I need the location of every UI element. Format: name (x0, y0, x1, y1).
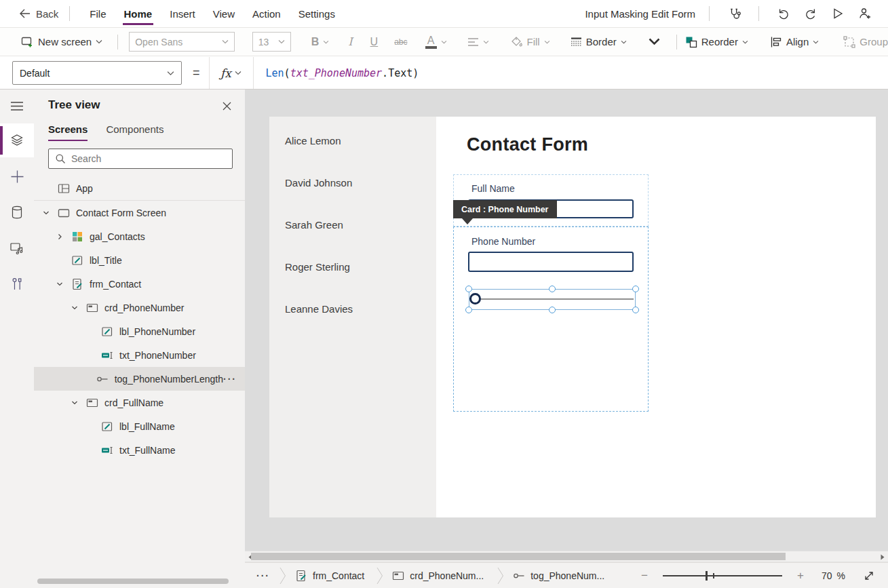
bold-button[interactable]: B (311, 36, 330, 48)
rail-menu-button[interactable] (0, 94, 34, 118)
tree-item-lbl-title[interactable]: lbl_Title (34, 248, 245, 272)
zoom-slider-thumb[interactable] (706, 571, 708, 581)
rail-data-button[interactable] (0, 200, 34, 224)
zoom-in-button[interactable]: + (796, 569, 805, 583)
group-button[interactable]: Group (843, 36, 888, 48)
resize-handle-top-left[interactable] (465, 286, 472, 292)
font-family-select[interactable]: Open Sans (129, 32, 235, 52)
chevron-down-icon (742, 40, 748, 44)
more-formatting-button[interactable] (649, 38, 660, 45)
chevron-down-icon[interactable] (71, 305, 78, 311)
gallery-icon (71, 231, 83, 243)
menu-settings[interactable]: Settings (290, 0, 344, 27)
menu-home[interactable]: Home (115, 0, 161, 27)
formula-input[interactable]: Len(txt_PhoneNumber.Text) (254, 57, 419, 89)
italic-button[interactable]: I (348, 35, 352, 48)
form-title-label[interactable]: Contact Form (467, 134, 588, 155)
border-button[interactable]: Border (571, 36, 627, 47)
tree-item-tog-phonenumberlength[interactable]: tog_PhoneNumberLength ··· (34, 367, 245, 391)
top-menu-bar: Back File Home Insert View Action Settin… (0, 0, 888, 27)
fit-to-window-icon[interactable] (864, 570, 874, 581)
align-button[interactable]: Align (770, 36, 819, 48)
tree-item-app[interactable]: App (34, 176, 245, 200)
redo-icon (804, 7, 817, 20)
app-checker-button[interactable] (720, 1, 748, 26)
toggle-knob[interactable] (469, 293, 481, 305)
resize-handle-top-middle[interactable] (549, 286, 556, 292)
breadcrumb-tog-phonenumber[interactable]: tog_PhoneNum... (513, 570, 604, 582)
tab-screens[interactable]: Screens (48, 123, 88, 141)
property-select[interactable]: Default (12, 61, 182, 85)
canvas-horizontal-scrollbar[interactable] (245, 551, 888, 562)
tree-item-contact-form-screen[interactable]: Contact Form Screen (34, 201, 245, 224)
font-color-button[interactable]: A (425, 35, 447, 49)
fullname-label[interactable]: Full Name (471, 183, 515, 194)
zoom-out-button[interactable]: − (640, 569, 649, 583)
chevron-right-icon[interactable] (56, 233, 63, 240)
resize-handle-bottom-left[interactable] (465, 307, 472, 313)
breadcrumb-crd-phonenumber[interactable]: crd_PhoneNum... (392, 570, 484, 582)
tree-item-lbl-phonenumber[interactable]: lbl_PhoneNumber (34, 319, 245, 343)
strikethrough-button[interactable]: abc (394, 37, 407, 47)
tree-item-gal-contacts[interactable]: gal_Contacts (34, 224, 245, 248)
rail-advanced-tools-button[interactable] (0, 272, 34, 296)
divider (758, 6, 759, 21)
gallery-item[interactable]: Leanne Davies (269, 303, 436, 345)
reorder-button[interactable]: Reorder (685, 36, 748, 48)
scroll-right-arrow[interactable] (878, 553, 887, 561)
card-icon (86, 397, 98, 409)
undo-button[interactable] (770, 1, 797, 26)
back-label: Back (36, 8, 58, 20)
tree-item-crd-fullname[interactable]: crd_FullName (34, 391, 245, 414)
align-icon (770, 36, 782, 48)
breadcrumb-more-button[interactable]: ··· (256, 570, 270, 581)
menu-action[interactable]: Action (244, 0, 290, 27)
tab-components[interactable]: Components (106, 123, 163, 141)
card-icon (86, 302, 98, 314)
share-button[interactable] (851, 1, 879, 26)
menu-insert[interactable]: Insert (161, 0, 204, 27)
item-more-button[interactable]: ··· (223, 374, 237, 385)
scrollbar-thumb[interactable] (251, 553, 786, 560)
tree-item-lbl-fullname[interactable]: lbl_FullName (34, 414, 245, 438)
search-input[interactable] (71, 153, 232, 164)
gallery-item[interactable]: David Johnson (269, 177, 436, 219)
zoom-slider[interactable] (663, 575, 782, 576)
underline-button[interactable]: U (370, 36, 379, 48)
canvas-workspace: Alice Lemon David Johnson Sarah Green Ro… (245, 90, 888, 551)
resize-handle-top-right[interactable] (632, 286, 639, 292)
rail-media-button[interactable] (0, 236, 34, 260)
resize-handle-bottom-middle[interactable] (549, 307, 556, 313)
back-button[interactable]: Back (19, 8, 58, 20)
search-icon (55, 153, 66, 164)
phonenumber-input[interactable] (468, 252, 634, 272)
hamburger-icon (11, 102, 23, 111)
chevron-down-icon[interactable] (56, 281, 63, 288)
fx-button[interactable]: ƒx (210, 57, 254, 89)
phonenumber-label[interactable]: Phone Number (471, 236, 535, 247)
tree-item-crd-phonenumber[interactable]: crd_PhoneNumber (34, 296, 245, 319)
breadcrumb-frm-contact[interactable]: frm_Contact (295, 570, 364, 582)
menu-file[interactable]: File (81, 0, 115, 27)
panel-close-button[interactable] (219, 98, 234, 113)
redo-button[interactable] (797, 1, 824, 26)
new-screen-button[interactable]: New screen (20, 35, 102, 49)
toggle-control-selection[interactable] (469, 289, 636, 310)
resize-handle-bottom-right[interactable] (632, 307, 639, 313)
menu-view[interactable]: View (204, 0, 244, 27)
gallery-item[interactable]: Alice Lemon (269, 135, 436, 177)
gallery-item[interactable]: Roger Sterling (269, 261, 436, 303)
fill-button[interactable]: Fill (511, 36, 550, 48)
chevron-down-icon[interactable] (71, 399, 78, 406)
gallery-item[interactable]: Sarah Green (269, 219, 436, 261)
tree-panel-scrollbar[interactable] (37, 579, 229, 584)
text-align-button[interactable] (467, 37, 489, 47)
font-size-select[interactable]: 13 (252, 32, 291, 52)
tree-item-frm-contact[interactable]: frm_Contact (34, 272, 245, 296)
tree-item-txt-fullname[interactable]: txt_FullName (34, 438, 245, 462)
rail-insert-button[interactable] (0, 164, 34, 189)
tree-item-txt-phonenumber[interactable]: txt_PhoneNumber (34, 343, 245, 367)
chevron-down-icon[interactable] (43, 210, 50, 216)
rail-tree-view-button[interactable] (0, 123, 34, 157)
preview-button[interactable] (824, 1, 851, 26)
